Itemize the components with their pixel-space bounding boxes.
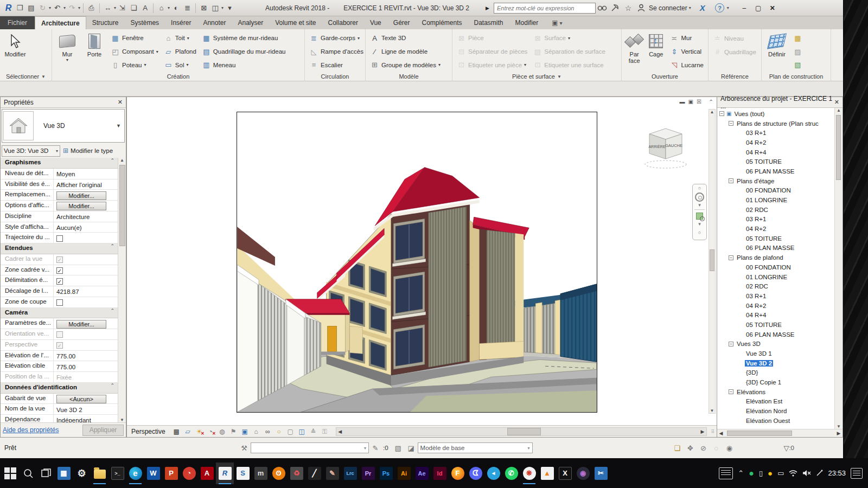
telegram[interactable]: ◄: [484, 463, 502, 484]
properties-header[interactable]: Propriétés ✕: [1, 97, 126, 108]
tree-item-label[interactable]: 02 RDC: [745, 283, 769, 290]
crop-view-icon[interactable]: ⚑: [228, 427, 239, 436]
indesign[interactable]: Id: [431, 463, 449, 484]
railing-icon-dropdown[interactable]: ▾: [358, 36, 360, 41]
tree-item[interactable]: Elévation Ouest: [717, 416, 834, 426]
tree-item-label[interactable]: Plans de structure (Plan struc: [736, 120, 820, 127]
tab-analyser[interactable]: Analyser: [232, 16, 269, 29]
zoom-dropdown-icon[interactable]: ▾: [698, 221, 701, 227]
zoom-icon[interactable]: [696, 213, 703, 220]
property-checkbox[interactable]: [56, 299, 63, 306]
tab-datasmith[interactable]: Datasmith: [468, 16, 509, 29]
navbar-settings-icon[interactable]: ○: [698, 230, 701, 235]
tree-item[interactable]: −Vues 3D: [717, 339, 834, 349]
locked-3d-view-icon[interactable]: ⌂: [251, 427, 261, 436]
ribbon-button-porte[interactable]: Porte: [81, 30, 107, 72]
crop-region-icon[interactable]: ▣: [240, 427, 250, 436]
temporary-isolate-icon[interactable]: ○: [274, 427, 284, 436]
panel-dropdown-icon[interactable]: ▼: [41, 74, 46, 79]
apply-button[interactable]: Appliquer: [82, 425, 124, 436]
tab-vue[interactable]: Vue: [364, 16, 387, 29]
app-black[interactable]: X: [556, 463, 574, 484]
property-value[interactable]: Modifier...: [54, 201, 118, 211]
tree-item[interactable]: 03 R+1: [717, 215, 834, 224]
ribbon-button-ligne-de-mod-le[interactable]: ∕Ligne de modèle: [368, 45, 443, 59]
property-value[interactable]: Vue 3D 2: [54, 404, 118, 414]
tree-item-label[interactable]: Plans d'étage: [736, 178, 775, 184]
type-selector-dropdown-icon[interactable]: ▼: [116, 123, 121, 129]
property-button[interactable]: Modifier...: [56, 202, 106, 210]
tree-item-label[interactable]: 06 PLAN MASSE: [745, 331, 795, 338]
volume-muted-icon[interactable]: [802, 470, 811, 477]
tree-item-label[interactable]: 05 TOITURE: [745, 322, 783, 328]
model-group-icon-dropdown[interactable]: ▾: [438, 62, 441, 67]
ribbon-button-garde-corps[interactable]: ≣Garde-corps▾: [307, 31, 365, 45]
panel-label-circulation[interactable]: Circulation: [305, 72, 365, 81]
thin-lines-icon[interactable]: ≣: [182, 2, 193, 14]
collapse-icon[interactable]: ⌃: [110, 243, 118, 254]
whatsapp[interactable]: ✆: [502, 463, 520, 484]
ribbon-button-modifier[interactable]: Modifier: [2, 30, 28, 72]
lightroom[interactable]: Lrc: [341, 463, 359, 484]
app-dark[interactable]: m: [252, 463, 270, 484]
illustrator[interactable]: Ai: [395, 463, 413, 484]
tree-item-label[interactable]: Elévation Ouest: [745, 418, 791, 424]
tree-item[interactable]: Vue 3D 2: [717, 358, 834, 368]
discord[interactable]: ᗧ: [467, 463, 484, 484]
tab-structure[interactable]: Structure: [86, 16, 125, 29]
tree-item[interactable]: 00 FONDATION: [717, 262, 834, 272]
notification-center-icon[interactable]: [851, 468, 863, 479]
browser-horizontal-scrollbar[interactable]: ◀ ▶: [717, 429, 843, 437]
ribbon-button-mur[interactable]: ≍Mur: [667, 31, 706, 45]
help-dropdown-icon[interactable]: ▾: [727, 5, 729, 10]
tree-item-label[interactable]: 04 R+2: [745, 303, 767, 309]
properties-scrollbar-thumb[interactable]: [119, 165, 125, 246]
taskbar-clock[interactable]: 23:53: [828, 469, 846, 477]
synchronize-dropdown-icon[interactable]: ▾: [49, 5, 51, 10]
tree-item[interactable]: 05 TOITURE: [717, 320, 834, 330]
tree-item-label[interactable]: Vue 3D 1: [745, 350, 773, 357]
tree-item[interactable]: 03 R+1: [717, 128, 834, 138]
tree-item[interactable]: {3D} Copie 1: [717, 377, 834, 387]
help-icon[interactable]: ?: [713, 2, 726, 14]
browser-vertical-scrollbar[interactable]: ▲ ▼: [834, 108, 843, 429]
ribbon-button-composant[interactable]: ◰Composant▾: [108, 45, 161, 59]
tree-item-label[interactable]: Elévation Nord: [745, 408, 788, 414]
after-effects[interactable]: Ae: [413, 463, 431, 484]
property-checkbox[interactable]: [56, 278, 63, 285]
property-value[interactable]: 4218.87: [54, 286, 118, 297]
tree-item[interactable]: −▣Vues (tout): [717, 109, 834, 119]
default-3d-view-dropdown-icon[interactable]: ▾: [168, 5, 170, 10]
browser-vscroll-thumb[interactable]: [836, 115, 841, 180]
sun-path-icon[interactable]: ☀✕: [194, 427, 205, 436]
visual-style-icon[interactable]: ▱: [183, 427, 193, 436]
ribbon-button-lucarne[interactable]: ◹Lucarne: [667, 58, 706, 72]
file-explorer[interactable]: [91, 463, 108, 484]
view-scroll-up-icon[interactable]: ⌃: [709, 99, 713, 105]
tree-item-label[interactable]: 06 PLAN MASSE: [745, 245, 795, 251]
tree-item[interactable]: Vue 3D 1: [717, 349, 834, 358]
news-widget-icon[interactable]: [719, 467, 733, 479]
ribbon-button-cage[interactable]: Cage: [646, 30, 666, 72]
print-icon[interactable]: ⎙: [86, 2, 97, 14]
hidden-icons-chevron-icon[interactable]: ⌃: [738, 469, 744, 477]
tree-expander-icon[interactable]: −: [729, 255, 733, 260]
canvas-vscroll-thumb[interactable]: [710, 249, 714, 271]
exchange-apps-icon[interactable]: X: [696, 2, 709, 14]
component-icon-dropdown[interactable]: ▾: [156, 49, 158, 54]
app-recycle[interactable]: ♻: [288, 463, 305, 484]
tree-item-label[interactable]: Elévations: [736, 389, 767, 395]
model-canvas[interactable]: [237, 112, 597, 413]
app-pencil[interactable]: ✎: [323, 463, 341, 484]
pen-icon[interactable]: [816, 470, 823, 477]
ribbon-button-viewer-icon[interactable]: ▨: [791, 45, 805, 59]
tree-item-label[interactable]: Elévation Est: [745, 398, 783, 404]
drawing-viewport[interactable]: ▬ ▣ ☒ ⌃: [126, 97, 717, 438]
property-checkbox[interactable]: [56, 235, 63, 242]
tab-syst-mes[interactable]: Systèmes: [124, 16, 165, 29]
editing-requests-icon[interactable]: ✎: [370, 443, 381, 453]
ribbon-button-poteau[interactable]: ▯Poteau▾: [108, 58, 161, 72]
tree-item[interactable]: 03 R+1: [717, 291, 834, 301]
design-options-edit-icon[interactable]: ◪: [406, 443, 417, 453]
filter-icon[interactable]: ▽: [783, 444, 789, 452]
